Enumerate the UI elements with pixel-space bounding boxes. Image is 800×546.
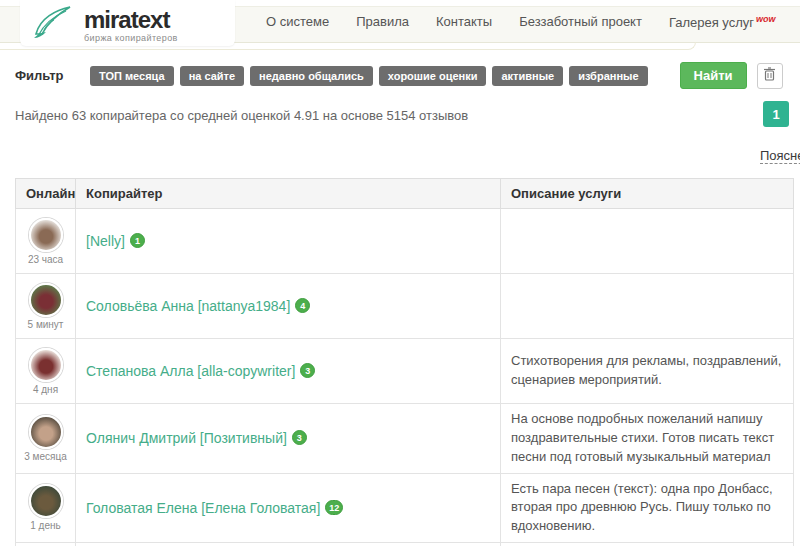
nav-services-gallery[interactable]: Галерея услугwow <box>669 14 776 30</box>
table-row: 4 дня Степанова Алла [alla-copywriter]3 … <box>16 339 794 404</box>
avatar[interactable] <box>29 484 63 518</box>
filter-tag-good-ratings[interactable]: хорошие оценки <box>379 66 487 86</box>
nav-contacts[interactable]: Контакты <box>436 14 492 30</box>
description-cell: Есть пара песен (текст): одна про Донбас… <box>501 473 794 543</box>
table-row: 1 день Головатая Елена [Елена Головатая]… <box>16 473 794 543</box>
service-description: Стихотворения для рекламы, поздравлений,… <box>511 352 783 390</box>
pagination-page-1[interactable]: 1 <box>763 101 789 127</box>
copywriter-cell: [Nelly]1 <box>76 209 501 274</box>
online-cell <box>16 543 76 546</box>
nav-carefree-project[interactable]: Беззаботный проект <box>519 14 642 30</box>
online-cell: 1 день <box>16 473 76 543</box>
clear-filter-button[interactable] <box>757 63 783 89</box>
explanations-link[interactable]: Пояснения <box>760 148 800 164</box>
filter-tag-active[interactable]: активные <box>492 66 563 86</box>
table-header-row: Онлайн Копирайтер Описание услуги <box>16 179 794 209</box>
avatar[interactable] <box>29 218 63 252</box>
copywriter-cell: Степанова Алла [alla-copywriter]3 <box>76 339 501 404</box>
column-header-online: Онлайн <box>16 179 76 209</box>
filter-tags: ТОП месяца на сайте недавно общались хор… <box>90 66 648 86</box>
table-row: 23 часа [Nelly]1 <box>16 209 794 274</box>
copywriter-name-link[interactable]: Головатая Елена [Елена Головатая] <box>86 500 320 516</box>
filter-bar: Фильтр ТОП месяца на сайте недавно общал… <box>15 62 785 89</box>
trash-icon <box>763 67 776 84</box>
filter-tag-recent-contact[interactable]: недавно общались <box>250 66 373 86</box>
table-row: 3 месяца Олянич Дмитрий [Позитивный]3 На… <box>16 404 794 474</box>
avatar[interactable] <box>29 415 63 449</box>
online-cell: 3 месяца <box>16 404 76 474</box>
services-count-badge: 3 <box>300 363 315 378</box>
services-count-badge: 3 <box>292 430 307 445</box>
description-cell <box>501 274 794 339</box>
filter-tag-on-site[interactable]: на сайте <box>180 66 244 86</box>
find-button[interactable]: Найти <box>680 62 747 89</box>
services-count-badge: 12 <box>325 500 343 515</box>
copywriter-cell: Олянич Дмитрий [Позитивный]3 <box>76 404 501 474</box>
avatar[interactable] <box>29 348 63 382</box>
online-cell: 4 дня <box>16 339 76 404</box>
table-row <box>16 543 794 546</box>
copywriter-name-link[interactable]: Олянич Дмитрий [Позитивный] <box>86 430 287 446</box>
column-header-description: Описание услуги <box>501 179 794 209</box>
copywriters-table: Онлайн Копирайтер Описание услуги 23 час… <box>15 178 794 546</box>
last-online-label: 23 часа <box>18 254 73 265</box>
quill-logo-icon <box>30 4 74 46</box>
online-cell: 5 минут <box>16 274 76 339</box>
copywriter-name-link[interactable]: Степанова Алла [alla-copywriter] <box>86 363 295 379</box>
copywriter-cell: Соловьёва Анна [nattanya1984]4 <box>76 274 501 339</box>
filter-tag-top-month[interactable]: ТОП месяца <box>90 66 174 86</box>
wow-badge: wow <box>756 14 776 24</box>
last-online-label: 3 месяца <box>18 451 73 462</box>
last-online-label: 1 день <box>18 520 73 531</box>
online-cell: 23 часа <box>16 209 76 274</box>
copywriter-name-link[interactable]: [Nelly] <box>86 233 125 249</box>
logo-subtitle: биржа копирайтеров <box>84 33 178 43</box>
description-cell <box>501 543 794 546</box>
logo[interactable]: miratext биржа копирайтеров <box>30 4 178 46</box>
services-count-badge: 4 <box>295 298 310 313</box>
table-row: 5 минут Соловьёва Анна [nattanya1984]4 <box>16 274 794 339</box>
copywriter-name-link[interactable]: Соловьёва Анна [nattanya1984] <box>86 298 290 314</box>
copywriter-cell: Головатая Елена [Елена Головатая]12 <box>76 473 501 543</box>
page: miratext биржа копирайтеров О системе Пр… <box>0 0 800 546</box>
logo-title: miratext <box>84 8 178 32</box>
column-header-copywriter: Копирайтер <box>76 179 501 209</box>
results-summary: Найдено 63 копирайтера со средней оценко… <box>15 108 468 123</box>
last-online-label: 4 дня <box>18 384 73 395</box>
main-nav: О системе Правила Контакты Беззаботный п… <box>266 14 800 30</box>
filter-tag-favorites[interactable]: избранные <box>569 66 647 86</box>
description-cell: Стихотворения для рекламы, поздравлений,… <box>501 339 794 404</box>
service-description: Есть пара песен (текст): одна про Донбас… <box>511 480 783 537</box>
description-cell: На основе подробных пожеланий напишу поз… <box>501 404 794 474</box>
description-cell <box>501 209 794 274</box>
service-description: На основе подробных пожеланий напишу поз… <box>511 410 783 467</box>
logo-text: miratext биржа копирайтеров <box>84 8 178 43</box>
nav-rules[interactable]: Правила <box>356 14 409 30</box>
services-count-badge: 1 <box>130 233 145 248</box>
avatar[interactable] <box>29 283 63 317</box>
copywriter-cell <box>76 543 501 546</box>
filter-label: Фильтр <box>15 68 90 83</box>
last-online-label: 5 минут <box>18 319 73 330</box>
nav-about[interactable]: О системе <box>266 14 329 30</box>
